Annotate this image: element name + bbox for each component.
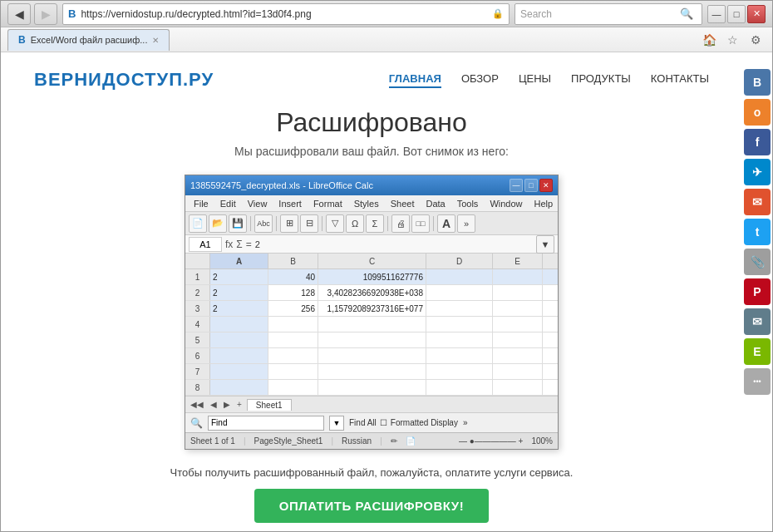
address-bar[interactable]: B https://vernidostup.ru/decrypted.html?… xyxy=(62,3,510,25)
lo-menu-data[interactable]: Data xyxy=(421,199,450,209)
back-button[interactable]: ◀ xyxy=(7,3,31,25)
lo-cell-e2[interactable] xyxy=(493,285,543,300)
social-more-button[interactable]: ••• xyxy=(744,368,771,395)
lo-menu-tools[interactable]: Tools xyxy=(452,199,484,209)
lo-formatted-checkbox[interactable]: ☐ xyxy=(380,418,387,427)
lo-cell-d5[interactable] xyxy=(426,332,493,347)
social-envelope-button[interactable]: ✉ xyxy=(744,308,771,335)
social-vk-button[interactable]: В xyxy=(744,69,771,96)
lo-menu-edit[interactable]: Edit xyxy=(215,199,241,209)
lo-cell-d3[interactable] xyxy=(426,301,493,316)
lo-cell-b6[interactable] xyxy=(268,348,318,363)
lo-cell-b1[interactable]: 40 xyxy=(268,269,318,284)
lo-cell-d8[interactable] xyxy=(426,380,493,395)
favorites-button[interactable]: ☆ xyxy=(722,30,742,50)
lo-tb-grid[interactable]: ⊟ xyxy=(300,214,318,233)
search-button[interactable]: 🔍 xyxy=(677,4,697,24)
lo-cell-a2[interactable]: 2 xyxy=(210,285,268,300)
nav-glavnaya[interactable]: ГЛАВНАЯ xyxy=(389,72,441,88)
lo-cell-reference[interactable]: A1 xyxy=(189,237,222,252)
nav-produkty[interactable]: ПРОДУКТЫ xyxy=(571,72,631,88)
lo-cell-b2[interactable]: 128 xyxy=(268,285,318,300)
lo-cell-e8[interactable] xyxy=(493,380,543,395)
lo-col-header-c[interactable]: C xyxy=(318,254,426,268)
social-facebook-button[interactable]: f xyxy=(744,129,771,155)
lo-menu-styles[interactable]: Styles xyxy=(349,199,384,209)
lo-cell-d2[interactable] xyxy=(426,285,493,300)
lo-cell-c3[interactable]: 1,15792089237316E+077 xyxy=(318,301,426,316)
lo-cell-a8[interactable] xyxy=(210,380,268,395)
lo-close[interactable]: ✕ xyxy=(539,179,553,192)
lo-col-header-d[interactable]: D xyxy=(426,254,493,268)
lo-cell-c2[interactable]: 3,40282366920938E+038 xyxy=(318,285,426,300)
social-telegram-button[interactable]: ✈ xyxy=(744,159,771,185)
minimize-button[interactable]: — xyxy=(707,5,726,23)
lo-cell-a7[interactable] xyxy=(210,364,268,379)
pay-button[interactable]: ОПЛАТИТЬ РАСШИФРОВКУ! xyxy=(254,489,489,523)
lo-minimize[interactable]: — xyxy=(510,179,523,192)
lo-tb-abc[interactable]: Abc xyxy=(254,214,273,233)
nav-tseny[interactable]: ЦЕНЫ xyxy=(519,72,551,88)
social-pinterest-button[interactable]: P xyxy=(744,278,771,305)
lo-cell-b3[interactable]: 256 xyxy=(268,301,318,316)
social-clip-button[interactable]: 📎 xyxy=(744,249,771,275)
lo-cell-e6[interactable] xyxy=(493,348,543,363)
lo-cell-a5[interactable] xyxy=(210,332,268,347)
lo-formula-dropdown[interactable]: ▼ xyxy=(536,235,554,254)
maximize-button[interactable]: □ xyxy=(727,5,746,23)
social-evernote-button[interactable]: E xyxy=(744,338,771,365)
lo-cell-a4[interactable] xyxy=(210,317,268,332)
lo-cell-e1[interactable] xyxy=(493,269,543,284)
lo-find-dropdown[interactable]: ▼ xyxy=(329,416,344,431)
lo-cell-e3[interactable] xyxy=(493,301,543,316)
lo-cell-e7[interactable] xyxy=(493,364,543,379)
lo-cell-b8[interactable] xyxy=(268,380,318,395)
lo-menu-insert[interactable]: Insert xyxy=(273,199,307,209)
close-button[interactable]: ✕ xyxy=(747,5,766,23)
lo-tb-special-chars[interactable]: Ω xyxy=(346,214,364,233)
lo-tb-pg[interactable]: □□ xyxy=(411,214,430,233)
lo-formula-text[interactable]: 2 xyxy=(255,239,533,249)
lo-tb-open[interactable]: 📂 xyxy=(209,214,227,233)
lo-cell-a1[interactable]: 2 xyxy=(210,269,268,284)
settings-button[interactable]: ⚙ xyxy=(746,30,766,50)
lo-cell-b7[interactable] xyxy=(268,364,318,379)
lo-col-header-e[interactable]: E xyxy=(493,254,543,268)
lo-cell-c6[interactable] xyxy=(318,348,426,363)
lo-cell-c7[interactable] xyxy=(318,364,426,379)
lo-tb-new[interactable]: 📄 xyxy=(189,214,207,233)
lo-cell-d1[interactable] xyxy=(426,269,493,284)
lo-menu-file[interactable]: File xyxy=(189,199,214,209)
lo-cell-c5[interactable] xyxy=(318,332,426,347)
lo-cell-d7[interactable] xyxy=(426,364,493,379)
social-twitter-button[interactable]: t xyxy=(744,219,771,245)
lo-col-header-a[interactable]: A xyxy=(210,254,268,268)
browser-tab[interactable]: B Excel/Word файл расшиф... ✕ xyxy=(7,29,170,51)
lo-cell-c8[interactable] xyxy=(318,380,426,395)
lo-cell-b5[interactable] xyxy=(268,332,318,347)
nav-kontakty[interactable]: КОНТАКТЫ xyxy=(651,72,709,88)
lo-tb-more[interactable]: » xyxy=(457,214,475,233)
lo-cell-e4[interactable] xyxy=(493,317,543,332)
lo-menu-sheet[interactable]: Sheet xyxy=(386,199,420,209)
lo-tb-save[interactable]: 💾 xyxy=(229,214,247,233)
lo-cell-d6[interactable] xyxy=(426,348,493,363)
site-logo[interactable]: ВЕРНИДОСТУП.РУ xyxy=(34,69,214,91)
social-mail-button[interactable]: ✉ xyxy=(744,189,771,215)
social-ok-button[interactable]: о xyxy=(744,99,771,126)
lo-sheet-tab-1[interactable]: Sheet1 xyxy=(247,399,292,411)
lo-menu-format[interactable]: Format xyxy=(308,199,347,209)
lo-sheet-add[interactable]: + xyxy=(235,400,244,409)
lo-menu-window[interactable]: Window xyxy=(485,199,527,209)
lo-tb-a-big[interactable]: A xyxy=(437,214,455,233)
forward-button[interactable]: ▶ xyxy=(34,3,57,25)
lo-cell-d4[interactable] xyxy=(426,317,493,332)
lo-cell-c4[interactable] xyxy=(318,317,426,332)
lo-maximize[interactable]: □ xyxy=(524,179,538,192)
lo-cell-a6[interactable] xyxy=(210,348,268,363)
lo-menu-help[interactable]: Help xyxy=(529,199,559,209)
lo-cell-e5[interactable] xyxy=(493,332,543,347)
lo-col-header-b[interactable]: B xyxy=(268,254,318,268)
lo-tb-table[interactable]: ⊞ xyxy=(280,214,298,233)
home-button[interactable]: 🏠 xyxy=(699,30,719,50)
